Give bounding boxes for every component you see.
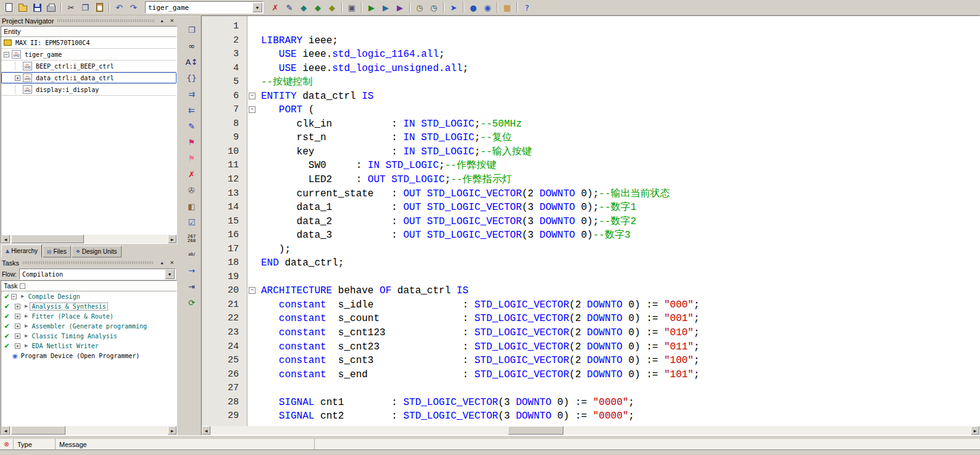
attach-file-button[interactable]: ✇ [185, 183, 199, 198]
open-file-button[interactable] [16, 1, 30, 14]
tasks-hscrollbar[interactable]: ◀ ▶ [1, 426, 176, 435]
code-line[interactable]: SW0 : IN STD_LOGIC;--作弊按键 [261, 159, 979, 173]
code-line[interactable]: clk_in : IN STD_LOGIC;--50MHz [261, 117, 979, 131]
save-button[interactable] [30, 1, 44, 14]
scrollbar-track[interactable] [65, 426, 168, 435]
next-bookmark-button[interactable]: ⚑ [185, 151, 199, 165]
code-line[interactable]: ENTITY data_ctrl IS [261, 90, 979, 104]
task-row[interactable]: ✔+▶Analysis & Synthesis [1, 301, 176, 311]
convert-programming-files-button[interactable]: ◉ [481, 1, 494, 14]
stop-processing-button[interactable]: ✗ [268, 1, 282, 14]
task-row[interactable]: ✔+▶Classic Timing Analysis [1, 331, 176, 341]
vertical-splitter[interactable] [178, 15, 183, 435]
task-row[interactable]: ✔−▶Compile Design [1, 291, 176, 301]
classic-timing-analyzer-button[interactable]: ◷ [427, 1, 441, 14]
device-row[interactable]: MAX II: EPM570T100C4 [1, 37, 176, 49]
project-navigator-titlebar[interactable]: Project Navigator ▴ ✕ [0, 15, 178, 26]
tab-hierarchy[interactable]: ▲Hierarchy [1, 244, 42, 257]
scroll-right-icon[interactable]: ▶ [168, 426, 176, 435]
code-line[interactable]: data_2 : OUT STD_LOGIC_VECTOR(3 DOWNTO 0… [261, 215, 979, 229]
code-line[interactable]: --按键控制 [261, 75, 979, 90]
scroll-right-icon[interactable]: ▶ [168, 235, 176, 243]
tree-item[interactable]: +abcVHDdata_ctrl:i_data_ctrl [1, 72, 176, 84]
code-line[interactable]: constant s_count : STD_LOGIC_VECTOR(2 DO… [261, 312, 979, 326]
code-line[interactable]: current_state : OUT STD_LOGIC_VECTOR(2 D… [261, 187, 979, 201]
tree-item[interactable]: abcVHDBEEP_ctrl:i_BEEP_ctrl [1, 61, 176, 72]
code-line[interactable]: constant s_cnt23 : STD_LOGIC_VECTOR(2 DO… [261, 340, 979, 354]
chip-planner-button[interactable]: ▦ [500, 1, 514, 14]
code-line[interactable] [261, 270, 979, 285]
project-select[interactable]: tiger_game ▼ [145, 1, 264, 14]
fold-minus-icon[interactable]: − [249, 287, 255, 294]
programmer-button[interactable]: ● [467, 1, 480, 14]
code-line[interactable]: PORT ( [261, 103, 979, 117]
increase-indent-button[interactable]: ⇉ [185, 87, 199, 101]
code-editor[interactable]: 1234567891011121314151617181920212223242… [202, 16, 979, 426]
task-row[interactable]: ◉Program Device (Open Programmer) [1, 351, 176, 361]
tab-design-units[interactable]: ❖Design Units [72, 246, 122, 257]
timing-closure-floorplan-button[interactable]: ◆ [325, 1, 339, 14]
collapse-icon[interactable]: − [11, 294, 17, 299]
collapse-panel-icon[interactable]: ▴ [158, 17, 166, 25]
expand-icon[interactable]: + [15, 304, 20, 309]
scroll-right-icon[interactable]: ▶ [971, 426, 979, 435]
start-analysis-synthesis-button[interactable]: ▶ [379, 1, 392, 14]
decrease-indent-button[interactable]: ⇇ [185, 103, 199, 117]
tab-settings-button[interactable]: ⇥ [185, 280, 199, 294]
scroll-left-icon[interactable]: ◀ [1, 426, 10, 435]
expand-icon[interactable]: + [15, 314, 20, 319]
expand-icon[interactable]: + [15, 333, 20, 339]
chevron-down-icon[interactable]: ▼ [252, 2, 262, 12]
expand-icon[interactable]: + [15, 343, 20, 349]
code-line[interactable]: SIGNAL cnt1 : STD_LOGIC_VECTOR(3 DOWNTO … [261, 396, 979, 410]
refresh-view-button[interactable]: ⟳ [185, 296, 199, 310]
detach-window-button[interactable]: ❒ [185, 23, 199, 37]
analyze-current-file-button[interactable]: ☑ [185, 215, 199, 230]
scrollbar-track[interactable] [210, 426, 507, 435]
code-line[interactable]: ARCHITECTURE behave OF data_ctrl IS [261, 284, 979, 298]
scrollbar-track[interactable] [84, 235, 168, 243]
close-panel-icon[interactable]: ✕ [168, 17, 176, 25]
tcl-console-button[interactable]: ▣ [345, 1, 359, 14]
copy-button[interactable]: ❐ [78, 1, 92, 14]
assignment-editor-button[interactable]: ✎ [283, 1, 296, 14]
print-button[interactable] [44, 1, 58, 14]
code-line[interactable] [261, 20, 979, 34]
find-button[interactable]: ∞ [185, 39, 199, 53]
code-line[interactable]: LIBRARY ieee; [261, 34, 979, 48]
expand-icon[interactable]: + [15, 75, 20, 81]
fold-minus-icon[interactable]: − [249, 106, 255, 113]
code-line[interactable]: data_1 : OUT STD_LOGIC_VECTOR(3 DOWNTO 0… [261, 201, 979, 215]
code-line[interactable]: constant s_idle : STD_LOGIC_VECTOR(2 DOW… [261, 298, 979, 312]
insert-template-button[interactable]: {} [185, 71, 199, 85]
tasks-titlebar[interactable]: Tasks ▴ ✕ [0, 257, 178, 268]
code-line[interactable] [261, 382, 979, 396]
code-line[interactable]: LED2 : OUT STD_LOGIC;--作弊指示灯 [261, 173, 979, 187]
expand-icon[interactable]: + [15, 324, 20, 329]
tree-item[interactable]: −abcVHDtiger_game [1, 49, 176, 61]
tree-item[interactable]: abcVHDdisplay:i_display [1, 84, 176, 96]
code-line[interactable]: key : IN STD_LOGIC;--输入按键 [261, 145, 979, 159]
navigator-hscrollbar[interactable]: ◀ ▶ [1, 235, 176, 243]
comment-selection-button[interactable]: ✎ [185, 119, 199, 133]
settings-button[interactable]: ◆ [297, 1, 310, 14]
start-compilation-button[interactable]: ▶ [365, 1, 378, 14]
code-line[interactable]: USE ieee.std_logic_unsigned.all; [261, 62, 979, 76]
scroll-left-icon[interactable]: ◀ [202, 426, 210, 435]
collapse-icon[interactable]: − [4, 52, 9, 57]
lowercase-convert-button[interactable]: ab/ [185, 248, 199, 262]
flow-select[interactable]: Compilation ▼ [19, 269, 176, 280]
task-row[interactable]: ✔+▶EDA Netlist Writer [1, 341, 176, 351]
code-line[interactable]: constant s_cnt3 : STD_LOGIC_VECTOR(2 DOW… [261, 354, 979, 368]
scrollbar-thumb[interactable] [508, 426, 563, 435]
scrollbar-thumb[interactable] [11, 426, 65, 435]
scroll-left-icon[interactable]: ◀ [1, 235, 10, 243]
scrollbar-track[interactable] [563, 426, 971, 435]
new-file-button[interactable] [2, 1, 15, 14]
panel-grip[interactable] [57, 19, 154, 22]
code-line[interactable]: SIGNAL cnt2 : STD_LOGIC_VECTOR(3 DOWNTO … [261, 409, 979, 424]
redo-button[interactable]: ↷ [127, 1, 140, 14]
rtl-viewer-button[interactable]: ➤ [447, 1, 460, 14]
panel-grip[interactable] [23, 261, 154, 264]
code-line[interactable]: constant s_cnt123 : STD_LOGIC_VECTOR(2 D… [261, 326, 979, 340]
